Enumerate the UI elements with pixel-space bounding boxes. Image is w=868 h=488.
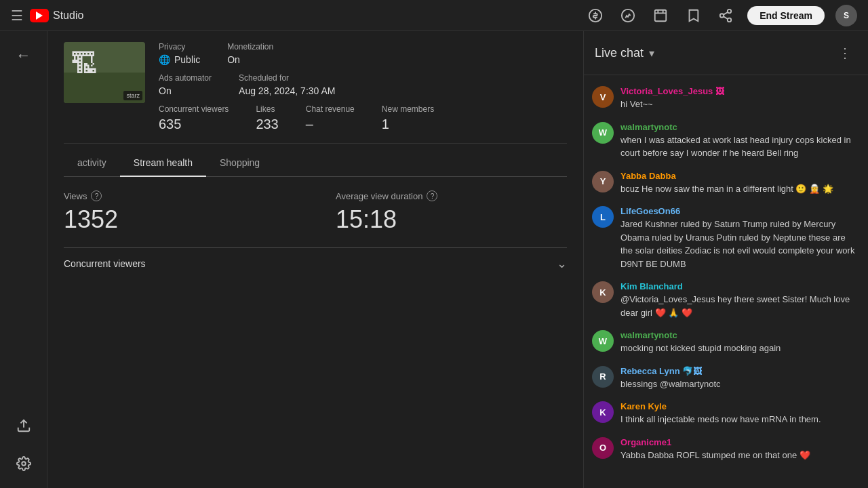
meta-row-2: Ads automator On Scheduled for Aug 28, 2… (159, 73, 567, 96)
privacy-item: Privacy 🌐 Public (159, 42, 200, 65)
message-author[interactable]: Karen Kyle (620, 401, 821, 411)
monetize-icon[interactable] (585, 5, 606, 26)
stream-content: starz Privacy 🌐 Public (47, 31, 583, 309)
message-body: LifeGoesOn66Jared Kushner ruled by Satur… (620, 206, 860, 270)
end-stream-button[interactable]: End Stream (747, 6, 825, 25)
message-author[interactable]: Kim Blanchard (620, 281, 860, 291)
youtube-logo-icon (30, 9, 49, 22)
main-content: ← starz (0, 31, 868, 488)
concurrent-section: Concurrent viewers ⌄ (64, 247, 567, 279)
views-label: Views (64, 191, 87, 201)
svg-point-5 (728, 18, 732, 21)
tab-activity[interactable]: activity (64, 149, 120, 176)
message-text: when I was attacked at work last head in… (620, 134, 860, 160)
sidebar-export-icon[interactable] (10, 412, 37, 439)
message-text: hi Vet~~ (620, 98, 724, 111)
meta-row-1: Privacy 🌐 Public Monetization On (159, 42, 567, 65)
sidebar-settings-icon[interactable] (10, 450, 37, 477)
concurrent-header[interactable]: Concurrent viewers ⌄ (64, 247, 567, 279)
views-metric: Views ? 1352 (64, 190, 295, 234)
chat-revenue-label: Chat revenue (306, 104, 355, 114)
monetization-label: Monetization (227, 42, 273, 52)
monetization-item: Monetization On (227, 42, 273, 65)
avg-duration-help-icon[interactable]: ? (427, 190, 437, 201)
chat-message: OOrganicme1Yabba Dabba ROFL stumped me o… (592, 432, 860, 468)
monetization-value: On (227, 54, 273, 65)
scheduled-item: Scheduled for Aug 28, 2024, 7:30 AM (239, 73, 335, 96)
message-avatar: W (592, 122, 614, 144)
ads-label: Ads automator (159, 73, 212, 83)
scheduled-label: Scheduled for (239, 73, 335, 83)
tab-stream-health[interactable]: Stream health (120, 149, 206, 176)
message-avatar: O (592, 437, 614, 459)
chat-messages: VVictoria_Loves_Jesus 🖼hi Vet~~Wwalmarty… (584, 75, 868, 488)
stream-info: starz Privacy 🌐 Public (64, 31, 567, 144)
views-help-icon[interactable]: ? (91, 190, 102, 201)
chat-header: Live chat ▾ ⋮ (584, 31, 868, 75)
topbar: ☰ Studio (0, 0, 868, 31)
message-text: Jared Kushner ruled by Saturn Trump rule… (620, 218, 860, 270)
back-button[interactable]: ← (10, 42, 37, 69)
message-author[interactable]: Rebecca Lynn 🐬🖼 (620, 366, 721, 376)
new-members-value: 1 (382, 117, 434, 132)
concurrent-header-label: Concurrent viewers (64, 258, 146, 269)
yt-logo: Studio (30, 9, 83, 22)
stream-thumbnail: starz (64, 42, 145, 103)
message-body: Yabba Dabbabcuz He now saw the man in a … (620, 171, 833, 196)
message-body: Kim Blanchard@Victoria_Loves_Jesus hey t… (620, 281, 860, 319)
tab-shopping[interactable]: Shopping (206, 149, 273, 176)
chat-message: Wwalmartynotcwhen I was attacked at work… (592, 117, 860, 165)
ads-item: Ads automator On (159, 73, 212, 96)
chat-message: KKaren KyleI think all injectable meds n… (592, 396, 860, 432)
globe-icon: 🌐 (159, 54, 170, 65)
likes-label: Likes (256, 104, 278, 114)
message-body: walmartynotcmocking not kicked stupid mo… (620, 330, 781, 355)
message-author[interactable]: walmartynotc (620, 330, 781, 340)
likes-value: 233 (256, 117, 278, 132)
message-body: Karen KyleI think all injectable meds no… (620, 401, 821, 426)
chevron-down-icon: ⌄ (557, 256, 567, 271)
likes-stat: Likes 233 (256, 104, 278, 132)
left-sidebar: ← (0, 31, 47, 488)
stream-panel-wrapper: starz Privacy 🌐 Public (47, 31, 583, 488)
concurrent-label: Concurrent viewers (159, 104, 229, 114)
privacy-label: Privacy (159, 42, 200, 52)
privacy-value: Public (174, 54, 200, 65)
tabs-row: activity Stream health Shopping (64, 149, 567, 177)
message-text: I think all injectable meds now have mRN… (620, 413, 821, 426)
avg-duration-label-row: Average view duration ? (336, 190, 567, 201)
chat-message: KKim Blanchard@Victoria_Loves_Jesus hey … (592, 276, 860, 325)
bookmark-icon[interactable] (682, 5, 704, 26)
chat-message: RRebecca Lynn 🐬🖼blessings @walmartynotc (592, 361, 860, 396)
hamburger-icon[interactable]: ☰ (11, 7, 23, 24)
message-author[interactable]: LifeGoesOn66 (620, 206, 860, 216)
message-author[interactable]: Yabba Dabba (620, 171, 833, 181)
message-avatar: V (592, 86, 614, 108)
message-body: Organicme1Yabba Dabba ROFL stumped me on… (620, 437, 810, 462)
message-text: mocking not kicked stupid mocking again (620, 342, 781, 355)
analytics-icon[interactable] (617, 5, 639, 26)
share-icon[interactable] (715, 5, 736, 26)
clips-icon[interactable] (650, 5, 671, 26)
avg-duration-value: 15:18 (336, 205, 567, 234)
user-avatar[interactable]: S (835, 5, 857, 26)
avg-duration-label: Average view duration (336, 191, 422, 201)
chat-title-button[interactable]: Live chat ▾ (595, 46, 654, 60)
chat-message: YYabba Dabbabcuz He now saw the man in a… (592, 165, 860, 201)
chat-message: Wwalmartynotcmocking not kicked stupid m… (592, 325, 860, 361)
stats-row: Concurrent viewers 635 Likes 233 Chat re… (159, 104, 567, 132)
chat-message: VVictoria_Loves_Jesus 🖼hi Vet~~ (592, 81, 860, 117)
metrics-section: Views ? 1352 Average view duration ? 15:… (64, 177, 567, 293)
message-author[interactable]: Organicme1 (620, 437, 810, 447)
message-body: walmartynotcwhen I was attacked at work … (620, 122, 860, 160)
message-author[interactable]: walmartynotc (620, 122, 860, 132)
message-avatar: K (592, 281, 614, 303)
chat-more-button[interactable]: ⋮ (833, 42, 857, 64)
views-label-row: Views ? (64, 190, 295, 201)
svg-point-3 (728, 9, 732, 13)
chat-message: LLifeGoesOn66Jared Kushner ruled by Satu… (592, 201, 860, 276)
message-avatar: R (592, 366, 614, 388)
message-author[interactable]: Victoria_Loves_Jesus 🖼 (620, 86, 724, 96)
message-body: Victoria_Loves_Jesus 🖼hi Vet~~ (620, 86, 724, 111)
chat-revenue-value: – (306, 117, 355, 132)
